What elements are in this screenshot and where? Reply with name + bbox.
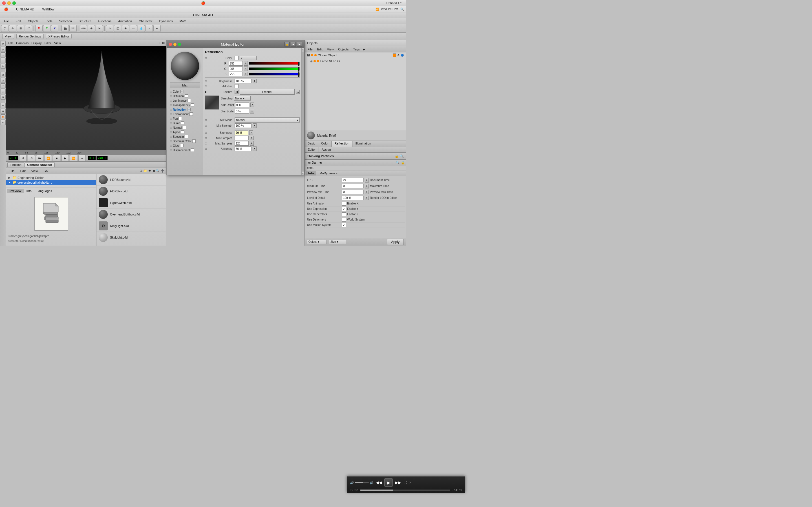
file-lightswitch[interactable]: LightSwitch.c4d [96,197,166,209]
cb-menu-view[interactable]: View [30,169,40,173]
menu-character[interactable]: Character [137,19,154,23]
min-time-spinner[interactable]: ⬍ [365,184,369,188]
cb-menu-edit[interactable]: Edit [18,169,28,173]
mat-window-controls[interactable] [169,43,181,46]
left-tool-2[interactable]: ▷ [1,47,6,52]
channel-normal[interactable]: Normal [169,125,201,130]
tool-rotate[interactable]: ↺ [25,25,32,32]
file-skylight[interactable]: SkyLight.c4d [96,232,166,243]
prop-b-val[interactable]: 255 [229,72,243,76]
cb-add[interactable]: ➕ [161,169,165,173]
time-val[interactable]: 0 F [88,156,96,160]
btn-play[interactable]: ▶ [61,155,69,162]
file-ringlight[interactable]: ⚙ RingLight.c4d [96,220,166,232]
left-tool-10[interactable]: ⊞ [1,95,6,100]
cb-icon-2[interactable]: 📁 [143,169,147,173]
channel-check-alpha[interactable] [181,130,185,134]
channel-check-bump[interactable] [181,121,185,125]
cb-back[interactable]: ◀ [152,169,154,173]
tool-spline[interactable]: ∿ [106,25,113,32]
prop-additive-check[interactable] [235,84,239,88]
viewport[interactable] [6,46,166,150]
channel-check-specular-color[interactable] [192,139,196,143]
obj-cloner[interactable]: ⊞ Cloner Object ⚙ 🔵 [305,52,406,58]
tab-info[interactable]: Info [24,189,34,193]
use-animation-check[interactable]: ✓ [342,202,346,206]
tab-preview[interactable]: Preview [7,189,24,193]
scroll-down[interactable]: ▼ [302,172,304,175]
channel-reflection[interactable]: Reflection ✓ [169,107,201,112]
tool-y[interactable]: Y [43,25,50,32]
size-dropdown[interactable]: Size ▾ [329,240,346,244]
btn-reset[interactable]: ⟲ [28,155,35,162]
channel-check-transparency[interactable] [191,103,194,107]
menu-animation[interactable]: Animation [116,19,134,23]
info-nav-arrow[interactable]: ◀ [319,161,321,165]
fresnel-button[interactable]: Fresnel [240,89,295,95]
prop-g-val[interactable]: 255 [229,66,243,71]
channel-check-environment[interactable] [190,112,193,116]
slider-b-handle[interactable] [298,72,299,77]
lod-spinner[interactable]: ⬍ [365,196,369,200]
expand-texture[interactable]: ▶ [205,91,207,93]
accuracy-spinner[interactable]: ⬍ [253,147,257,151]
tp-icon-lock[interactable]: 🔒 [395,154,399,158]
cb-menu-go[interactable]: Go [42,169,49,173]
menu-window[interactable]: Window [41,7,56,12]
left-tool-6[interactable]: ⊡ [1,72,6,77]
use-generators-check[interactable] [342,212,346,216]
prop-blurriness-val[interactable]: 20 % [235,130,248,135]
min-time-val[interactable]: 0 F [342,184,364,188]
blur-offset-val[interactable]: 0 % [235,103,249,107]
menu-selection[interactable]: Selection [57,19,73,23]
slider-g[interactable] [249,67,300,70]
mat-nav-lock[interactable]: 🔒 [285,42,290,47]
mat-minimize[interactable] [173,43,176,46]
use-deformers-check[interactable] [342,218,346,222]
slider-r-handle[interactable] [298,62,299,66]
vp-menu-edit[interactable]: Edit [8,41,13,45]
blur-offset-spinner[interactable]: ⬍ [250,103,254,107]
obj-menu-file[interactable]: File [306,47,314,52]
tab-content-browser[interactable]: Content Browser [24,162,55,167]
mat-tab-color[interactable]: Color [318,141,332,147]
left-tool-14[interactable]: ✐ [1,120,6,125]
channel-bump[interactable]: Bump [169,121,201,125]
g-spinner[interactable]: ⬍ [244,66,248,71]
mat-maximize[interactable] [178,43,181,46]
window-controls[interactable] [2,1,16,5]
channel-check-glow[interactable] [180,144,184,147]
channel-alpha[interactable]: Alpha [169,130,201,134]
maximize-button[interactable] [12,1,16,5]
left-tool-8[interactable]: ◯ [1,83,6,89]
menu-objects[interactable]: Objects [26,19,40,23]
channel-specular[interactable]: Specular [169,134,201,139]
tool-dynamics[interactable]: 💧 [138,25,145,32]
tool-hair[interactable]: ⋆ [146,25,153,32]
tab-render-settings[interactable]: Render Settings [16,34,44,39]
color-dropdown[interactable]: ▾ [240,56,257,60]
tab-languages[interactable]: Languages [35,189,54,193]
channel-specular-color[interactable]: Specular Color [169,139,201,144]
mat-nav-right[interactable]: ▶ [297,42,302,47]
sampling-dropdown[interactable]: None ▾ [234,96,251,101]
search-icon[interactable]: 🔍 [400,8,404,11]
mat-tab-reflection[interactable]: Reflection [332,141,352,147]
obj-menu-edit[interactable]: Edit [315,47,324,52]
slider-r[interactable] [249,62,300,65]
b-spinner[interactable]: ⬍ [244,72,248,76]
menu-file[interactable]: File [2,19,11,23]
btn-play-back[interactable]: ⏪ [45,155,52,162]
cloner-vis-dot[interactable] [311,54,313,56]
channel-glow[interactable]: Glow [169,144,201,148]
left-tool-13[interactable]: 🎨 [1,114,6,119]
tree-greyscale[interactable]: ▼ 📁 greyscalegorillalightkitpro [6,180,96,185]
menu-apple[interactable]: 🍎 [2,7,10,12]
scroll-thumb[interactable] [302,52,304,172]
texture-more-btn[interactable]: ... [296,90,300,94]
channel-environment[interactable]: Environment [169,112,201,116]
er-da-tab[interactable]: er Da [306,160,318,165]
menu-edit[interactable]: Edit [14,19,23,23]
brightness-spinner[interactable]: ⬍ [253,79,257,83]
btn-play-fast[interactable]: ⏩ [70,155,77,162]
